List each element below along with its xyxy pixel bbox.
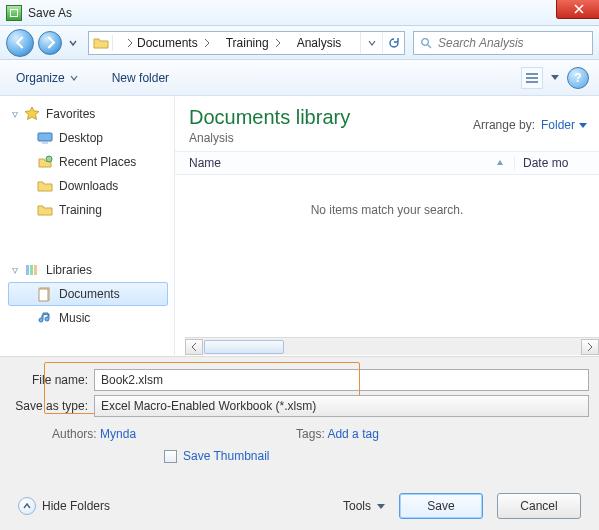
column-header-date[interactable]: Date mo — [514, 156, 599, 170]
chevron-down-icon[interactable] — [551, 75, 559, 80]
chevron-down-icon — [377, 504, 385, 509]
column-header-name[interactable]: Name — [175, 156, 514, 170]
filename-row: File name: Book2.xlsm — [10, 369, 589, 391]
list-view-icon — [525, 72, 539, 84]
scroll-track[interactable] — [203, 339, 581, 355]
dialog-footer: Hide Folders Tools Save Cancel — [0, 482, 599, 530]
cancel-button-label: Cancel — [520, 499, 557, 513]
recent-places-icon — [37, 154, 53, 170]
view-options-button[interactable] — [521, 67, 543, 89]
excel-app-icon — [6, 5, 22, 21]
svg-rect-1 — [38, 133, 52, 141]
libraries-label: Libraries — [46, 263, 92, 277]
svg-rect-2 — [42, 142, 48, 144]
chevron-right-icon — [127, 39, 133, 47]
sidebar-item-documents[interactable]: Documents — [8, 282, 168, 306]
music-library-icon — [37, 310, 53, 326]
breadcrumb-training[interactable]: Training — [218, 32, 289, 54]
tools-dropdown[interactable]: Tools — [343, 499, 385, 513]
organize-label: Organize — [16, 71, 65, 85]
location-folder-icon — [89, 35, 113, 51]
chevron-down-icon — [368, 39, 376, 47]
scroll-right-button[interactable] — [581, 339, 599, 355]
chevron-right-icon — [275, 39, 281, 47]
save-button-label: Save — [427, 499, 454, 513]
forward-button[interactable] — [38, 31, 62, 55]
close-icon — [574, 4, 584, 14]
search-icon — [420, 37, 432, 49]
tools-label: Tools — [343, 499, 371, 513]
sidebar-item-downloads[interactable]: Downloads — [8, 174, 168, 198]
refresh-button[interactable] — [382, 32, 404, 54]
save-thumbnail-row: Save Thumbnail — [10, 441, 589, 463]
nav-bar: Documents Training Analysis Search Analy… — [0, 26, 599, 60]
chevron-down-icon: ▿ — [12, 107, 18, 121]
filename-label: File name: — [10, 373, 88, 387]
sidebar-item-music[interactable]: Music — [8, 306, 168, 330]
toolbar: Organize New folder ? — [0, 60, 599, 96]
breadcrumb-documents[interactable]: Documents — [113, 32, 218, 54]
help-button[interactable]: ? — [567, 67, 589, 89]
arrow-left-icon — [14, 36, 27, 49]
sidebar-title-libraries[interactable]: ▿ Libraries — [8, 258, 174, 282]
cancel-button[interactable]: Cancel — [497, 493, 581, 519]
hide-folders-label: Hide Folders — [42, 499, 110, 513]
search-input[interactable]: Search Analysis — [413, 31, 593, 55]
sidebar-title-favorites[interactable]: ▿ Favorites — [8, 102, 174, 126]
new-folder-button[interactable]: New folder — [106, 68, 175, 88]
documents-library-icon — [37, 286, 53, 302]
hide-folders-button[interactable]: Hide Folders — [18, 497, 110, 515]
search-placeholder: Search Analysis — [438, 36, 524, 50]
column-header-row: Name Date mo — [175, 151, 599, 175]
address-bar[interactable]: Documents Training Analysis — [88, 31, 405, 55]
metadata-row: Authors: Mynda Tags: Add a tag — [10, 421, 589, 441]
chevron-up-icon — [23, 502, 31, 510]
nav-history-dropdown[interactable] — [66, 39, 80, 47]
arrange-by-label: Arrange by: — [473, 118, 535, 132]
save-form: File name: Book2.xlsm Save as type: Exce… — [0, 356, 599, 482]
sidebar-item-desktop[interactable]: Desktop — [8, 126, 168, 150]
sidebar-item-training[interactable]: Training — [8, 198, 168, 222]
authors-value[interactable]: Mynda — [100, 427, 136, 441]
libraries-icon — [24, 262, 40, 278]
tags-value[interactable]: Add a tag — [327, 427, 378, 441]
desktop-icon — [37, 130, 53, 146]
library-header: Documents library Analysis Arrange by: F… — [175, 96, 599, 151]
save-button[interactable]: Save — [399, 493, 483, 519]
chevron-down-icon — [70, 74, 78, 82]
chevron-down-icon — [579, 123, 587, 128]
window-title: Save As — [28, 6, 72, 20]
svg-rect-8 — [39, 289, 48, 301]
back-button[interactable] — [6, 29, 34, 57]
scroll-left-button[interactable] — [185, 339, 203, 355]
tags-label: Tags: — [296, 427, 325, 441]
sidebar-item-label: Training — [59, 203, 102, 217]
svg-rect-5 — [30, 265, 33, 275]
view-buttons: ? — [521, 67, 589, 89]
favorites-label: Favorites — [46, 107, 95, 121]
horizontal-scrollbar[interactable] — [185, 337, 599, 355]
filename-input[interactable]: Book2.xlsm — [94, 369, 589, 391]
close-button[interactable] — [556, 0, 599, 19]
svg-point-0 — [422, 38, 429, 45]
save-thumbnail-checkbox[interactable] — [164, 450, 177, 463]
sidebar: ▿ Favorites Desktop Recent Places Downlo… — [0, 96, 175, 355]
downloads-folder-icon — [37, 178, 53, 194]
training-folder-icon — [37, 202, 53, 218]
content-pane: Documents library Analysis Arrange by: F… — [175, 96, 599, 355]
sidebar-item-recent-places[interactable]: Recent Places — [8, 150, 168, 174]
arrow-right-icon — [44, 36, 57, 49]
save-thumbnail-label[interactable]: Save Thumbnail — [183, 449, 270, 463]
savetype-combobox[interactable]: Excel Macro-Enabled Workbook (*.xlsm) — [94, 395, 589, 417]
star-icon — [24, 106, 40, 122]
arrange-by-value: Folder — [541, 118, 575, 132]
breadcrumb-label: Analysis — [297, 36, 342, 50]
sidebar-item-label: Recent Places — [59, 155, 136, 169]
breadcrumb-analysis[interactable]: Analysis — [289, 32, 346, 54]
organize-button[interactable]: Organize — [10, 68, 84, 88]
arrange-by-dropdown[interactable]: Folder — [541, 118, 587, 132]
sidebar-item-label: Documents — [59, 287, 120, 301]
scroll-thumb[interactable] — [204, 340, 284, 354]
address-dropdown[interactable] — [360, 32, 382, 54]
library-subtitle: Analysis — [189, 131, 350, 145]
